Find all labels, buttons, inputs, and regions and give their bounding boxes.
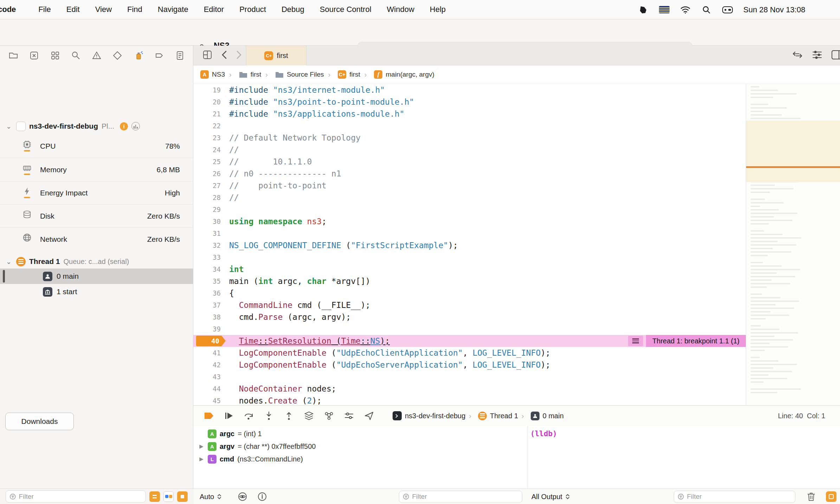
console-filter-input[interactable] (412, 493, 518, 500)
menu-item-product[interactable]: Product (239, 5, 266, 14)
variable-row-cmd[interactable]: ▶Lcmd(ns3::CommandLine) (193, 453, 527, 465)
debug-navigator-icon[interactable] (133, 50, 144, 61)
editor-grid-icon[interactable] (202, 50, 212, 61)
output-popup[interactable]: All Output (531, 489, 570, 504)
symbol-navigator-icon[interactable] (50, 50, 61, 61)
breadcrumb-symbol[interactable]: f main(argc, argv) (360, 70, 434, 79)
source-editor[interactable]: 19#include "ns3/internet-module.h"20#inc… (193, 84, 840, 405)
clear-console-button[interactable] (807, 489, 816, 504)
code-line[interactable]: 31 (193, 227, 746, 239)
line-number[interactable]: 36 (193, 289, 221, 297)
debug-target[interactable]: ns3-dev-first-debug (393, 411, 465, 420)
line-number[interactable]: 37 (193, 301, 221, 309)
code-line[interactable]: 21#include "ns3/applications-module.h" (193, 108, 746, 120)
disclosure-chevron-icon[interactable]: ⌄ (5, 122, 13, 130)
line-number[interactable]: 23 (193, 134, 221, 142)
project-navigator-icon[interactable] (8, 50, 19, 61)
code-line[interactable]: 37 CommandLine cmd (__FILE__); (193, 299, 746, 311)
stack-frame-start[interactable]: 1 start (0, 284, 193, 299)
right-filter[interactable] (674, 489, 795, 504)
menu-item-source-control[interactable]: Source Control (320, 5, 371, 14)
line-number[interactable]: 26 (193, 170, 221, 177)
apple-app-menu[interactable]: code (0, 5, 16, 14)
memory-inspect-button[interactable] (238, 489, 247, 504)
code-line[interactable]: 19#include "ns3/internet-module.h" (193, 84, 746, 96)
code-line[interactable]: 44 NodeContainer nodes; (193, 383, 746, 395)
toggle-variables-view-button[interactable] (826, 489, 836, 504)
code-line[interactable]: 26// n0 -------------- n1 (193, 168, 746, 180)
issue-navigator-icon[interactable] (91, 50, 102, 61)
simulate-location-button[interactable] (363, 410, 375, 421)
add-editor-icon[interactable] (832, 50, 840, 61)
code-line[interactable]: 30using namespace ns3; (193, 215, 746, 227)
process-row[interactable]: ⌄ ns3-dev-first-debug Pl... i (5, 118, 188, 135)
minimap[interactable] (746, 84, 840, 405)
code-line[interactable]: 41 LogComponentEnable ("UdpEchoClientApp… (193, 347, 746, 359)
line-number[interactable]: 31 (193, 230, 221, 237)
code-line[interactable]: 40 Time::SetResolution (Time::NS);Thread… (193, 335, 746, 347)
memory-graph-button[interactable] (323, 410, 335, 421)
sidebar-filter-input[interactable] (19, 493, 142, 500)
disclosure-triangle-icon[interactable]: ▶ (198, 443, 205, 450)
line-number[interactable]: 21 (193, 110, 221, 118)
breakpoint-navigator-icon[interactable] (154, 50, 165, 61)
flagged-breakpoints-toggle[interactable] (149, 491, 160, 502)
gauge-row-network[interactable]: NetworkZero KB/s (0, 227, 193, 251)
line-number[interactable]: 45 (193, 397, 221, 405)
xcode-status-icon[interactable] (638, 5, 648, 15)
line-number[interactable]: 38 (193, 313, 221, 321)
gauge-row-energy-impact[interactable]: Energy ImpactHigh (0, 181, 193, 204)
code-line[interactable]: 20#include "ns3/point-to-point-module.h" (193, 96, 746, 108)
line-number[interactable]: 27 (193, 182, 221, 189)
source-control-navigator-icon[interactable] (28, 50, 40, 61)
line-number[interactable]: 29 (193, 206, 221, 213)
breadcrumb-project[interactable]: A NS3 (200, 70, 225, 79)
line-number[interactable]: 20 (193, 98, 221, 106)
recording-toggle[interactable] (177, 491, 188, 502)
line-number[interactable]: 24 (193, 146, 221, 154)
test-navigator-icon[interactable] (112, 50, 123, 61)
line-number[interactable]: 42 (193, 361, 221, 369)
line-number[interactable]: 41 (193, 349, 221, 357)
code-line[interactable]: 27// point-to-point (193, 180, 746, 192)
downloads-button[interactable]: Downloads (5, 413, 74, 430)
console-filter[interactable] (399, 489, 522, 504)
gauge-row-cpu[interactable]: CPU78% (0, 135, 193, 158)
info-button[interactable] (257, 489, 267, 504)
code-line[interactable]: 36{ (193, 287, 746, 299)
runtime-issue-badge[interactable]: i (120, 122, 128, 130)
breakpoint-badge[interactable]: Thread 1: breakpoint 1.1 (1) (646, 335, 746, 347)
line-number[interactable]: 34 (193, 265, 221, 273)
disclosure-triangle-icon[interactable]: ▶ (198, 456, 205, 462)
menu-item-help[interactable]: Help (430, 5, 446, 14)
thread-row[interactable]: ⌄ Thread 1 Queue: c...ad (serial) (5, 254, 189, 269)
code-line[interactable]: 42 LogComponentEnable ("UdpEchoServerApp… (193, 359, 746, 371)
breakpoint-marker[interactable]: 40 (196, 336, 226, 346)
menu-item-debug[interactable]: Debug (282, 5, 304, 14)
input-source-flag-icon[interactable] (659, 5, 670, 15)
variable-row-argc[interactable]: Aargc= (int) 1 (193, 427, 527, 440)
code-line[interactable]: 24// (193, 144, 746, 156)
stack-frame-main[interactable]: 0 main (0, 269, 193, 284)
code-line[interactable]: 22 (193, 120, 746, 132)
wifi-icon[interactable] (680, 5, 691, 15)
gauge-row-disk[interactable]: DiskZero KB/s (0, 204, 193, 227)
menu-item-window[interactable]: Window (387, 5, 414, 14)
code-line[interactable]: 34int (193, 263, 746, 275)
menu-item-navigate[interactable]: Navigate (158, 5, 188, 14)
code-line[interactable]: 32NS_LOG_COMPONENT_DEFINE ("FirstScriptE… (193, 239, 746, 251)
code-review-icon[interactable] (792, 51, 803, 60)
back-chevron-icon[interactable] (221, 50, 227, 61)
view-mode-toggle[interactable] (163, 491, 174, 502)
variable-row-argv[interactable]: ▶Aargv= (char **) 0x7ffeefbff500 (193, 440, 527, 453)
line-number[interactable]: 28 (193, 194, 221, 201)
find-navigator-icon[interactable] (70, 50, 82, 61)
tab-first[interactable]: C+ first (246, 46, 306, 65)
code-line[interactable]: 28// (193, 192, 746, 203)
line-number[interactable]: 35 (193, 277, 221, 285)
line-number[interactable]: 44 (193, 385, 221, 393)
breadcrumb-source-files[interactable]: Source Files (261, 71, 324, 79)
step-out-button[interactable] (283, 410, 295, 421)
code-line[interactable]: 43 (193, 371, 746, 383)
line-number[interactable]: 25 (193, 158, 221, 166)
